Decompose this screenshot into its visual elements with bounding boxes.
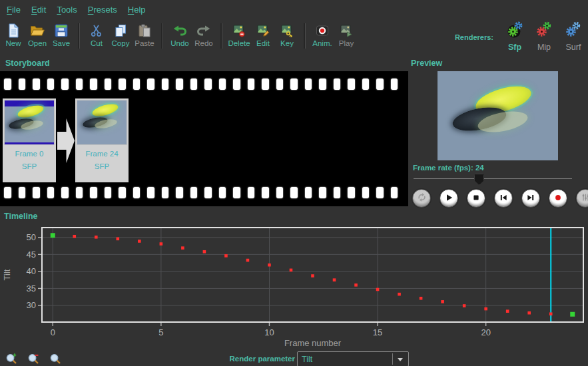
renderer-button-mip[interactable]: Mip	[532, 20, 556, 52]
toolbar-button-delete[interactable]: Delete	[228, 21, 250, 47]
toolbar-button-paste[interactable]: Paste	[133, 21, 156, 47]
sprocket-hole	[76, 187, 83, 198]
stop-button[interactable]	[467, 189, 485, 208]
svg-text:15: 15	[373, 327, 382, 337]
sprocket-hole	[204, 187, 212, 198]
interpolated-point[interactable]	[333, 278, 336, 281]
svg-text:45: 45	[27, 250, 36, 260]
interpolated-point[interactable]	[463, 304, 466, 307]
interpolated-point[interactable]	[290, 269, 293, 272]
sfp-renderer-icon	[505, 20, 524, 43]
interpolated-point[interactable]	[73, 235, 76, 238]
interpolated-point[interactable]	[549, 312, 553, 315]
toolbar-separator	[304, 23, 306, 49]
interpolated-point[interactable]	[181, 246, 184, 250]
keyframe-thumbnail	[77, 100, 127, 145]
interpolated-point[interactable]	[354, 283, 358, 287]
svg-text:20: 20	[481, 327, 490, 337]
play-button[interactable]	[440, 189, 458, 208]
toolbar-button-cut[interactable]: Cut	[85, 21, 108, 47]
keyframe-point[interactable]	[570, 312, 575, 317]
frame-rate-slider[interactable]	[414, 173, 572, 184]
redo-arrow-icon	[196, 23, 211, 39]
menu-item-help[interactable]: Help	[127, 5, 147, 15]
interpolated-point[interactable]	[311, 274, 314, 277]
zoom-reset-button[interactable]	[49, 353, 61, 366]
toolbar-button-new[interactable]: New	[2, 21, 25, 47]
renderer-button-sfp[interactable]: Sfp	[503, 20, 527, 52]
menu-item-presets[interactable]: Presets	[87, 5, 119, 15]
record-button[interactable]	[549, 189, 567, 208]
sprocket-hole	[219, 187, 226, 198]
toolbar-button-open[interactable]: Open	[26, 21, 49, 47]
interpolated-point[interactable]	[376, 288, 380, 291]
sprocket-hole	[204, 79, 212, 90]
slider-track[interactable]	[414, 178, 572, 179]
toolbar: NewOpenSaveCutCopyPasteUndoRedoDeleteEdi…	[1, 21, 358, 53]
interpolated-point[interactable]	[398, 293, 401, 296]
toolbar-button-edit[interactable]: Edit	[252, 21, 274, 47]
interpolated-point[interactable]	[224, 254, 228, 258]
undo-arrow-icon	[172, 23, 187, 39]
interpolated-point[interactable]	[441, 300, 444, 303]
interpolated-point[interactable]	[95, 236, 98, 239]
interpolated-point[interactable]	[246, 259, 250, 262]
sprocket-hole	[348, 187, 355, 198]
toolbar-button-anim[interactable]: Anim.	[311, 21, 334, 47]
sprocket-hole	[162, 79, 169, 90]
sprocket-hole	[248, 187, 255, 198]
toolbar-button-redo[interactable]: Redo	[192, 21, 215, 47]
keyframe-renderer-label: SFP	[95, 162, 109, 170]
sprocket-hole	[90, 187, 97, 198]
timeline-chart-area[interactable]: 303540455005101520Frame numberTilt	[0, 224, 588, 351]
zoom-in-button[interactable]	[5, 353, 17, 366]
keyframe-point[interactable]	[51, 233, 55, 238]
timeline-parameter-plot[interactable]: 303540455005101520Frame numberTilt	[0, 224, 588, 351]
skip-to-start-button[interactable]	[494, 189, 513, 208]
play-animation-icon	[340, 23, 353, 39]
mixer-icon	[581, 192, 588, 204]
keyframe-card-frame-0[interactable]: Frame 0 SFP	[3, 98, 56, 182]
loop-icon	[417, 192, 427, 205]
chevron-down-icon[interactable]	[392, 353, 408, 365]
render-parameter-combobox[interactable]: Tilt	[297, 351, 409, 366]
toolbar-button-play[interactable]: Play	[335, 21, 358, 47]
sprocket-hole	[19, 187, 26, 198]
sprocket-hole	[133, 79, 141, 90]
loop-button[interactable]	[412, 189, 431, 208]
sprocket-hole	[348, 79, 355, 90]
new-document-icon	[7, 23, 20, 39]
zoom-out-button[interactable]	[27, 353, 39, 366]
interpolated-point[interactable]	[138, 240, 141, 243]
toolbar-button-key[interactable]: Key	[276, 21, 298, 47]
interpolated-point[interactable]	[484, 307, 487, 311]
toolbar-separator	[161, 23, 163, 49]
interpolated-point[interactable]	[420, 297, 423, 300]
toolbar-separator	[220, 23, 222, 49]
interpolated-point[interactable]	[203, 250, 206, 254]
interpolated-point[interactable]	[160, 242, 163, 246]
sprocket-hole	[33, 79, 40, 90]
sprocket-hole	[362, 79, 370, 90]
renderer-button-surf[interactable]: Surf	[561, 20, 585, 52]
toolbar-button-undo[interactable]: Undo	[168, 21, 191, 47]
renderers-label: Renderers:	[455, 33, 493, 41]
skip-to-end-button[interactable]	[521, 189, 540, 208]
interpolated-point[interactable]	[506, 309, 509, 313]
keyframe-card-frame-24[interactable]: Frame 24 SFP	[75, 98, 129, 182]
toolbar-button-save[interactable]: Save	[50, 21, 73, 47]
sprocket-hole	[147, 79, 154, 90]
interpolated-point[interactable]	[527, 311, 531, 315]
interpolated-point[interactable]	[117, 238, 120, 241]
menu-item-edit[interactable]: Edit	[30, 5, 47, 15]
mixer-button[interactable]	[576, 189, 588, 208]
interpolated-point[interactable]	[268, 264, 271, 267]
menu-item-tools[interactable]: Tools	[55, 5, 78, 15]
sprocket-hole	[33, 187, 40, 198]
toolbar-button-copy[interactable]: Copy	[109, 21, 132, 47]
menu-item-file[interactable]: File	[5, 5, 22, 15]
save-floppy-icon	[55, 23, 68, 39]
sprocket-hole	[276, 187, 284, 198]
slider-handle[interactable]	[474, 174, 484, 185]
thumbnail-clip-band	[5, 100, 54, 106]
